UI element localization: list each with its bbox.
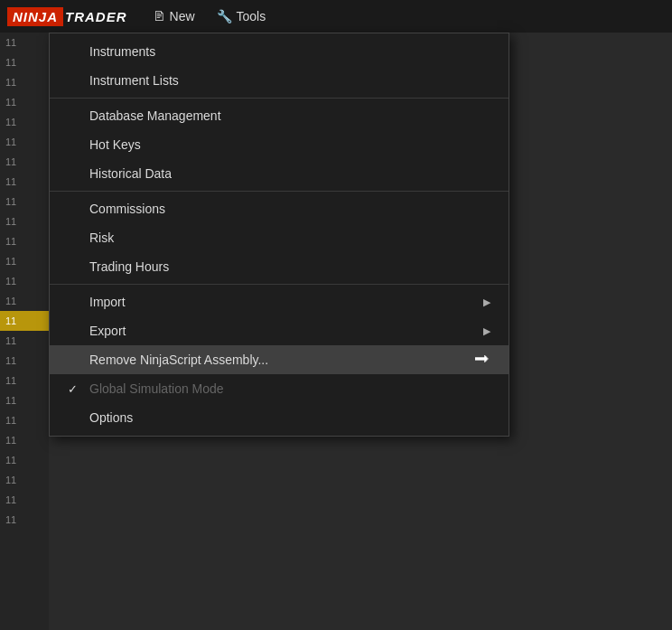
submenu-arrow-icon: ▶ <box>483 325 490 337</box>
sidebar: 1111111111111111111111111111111111111111… <box>0 33 49 630</box>
menu-item-options[interactable]: Options <box>50 403 509 432</box>
menu-item-label-export: Export <box>89 324 126 338</box>
sidebar-row-7: 11 <box>0 172 49 192</box>
menu-item-label-remove-ninjascript: Remove NinjaScript Assembly... <box>89 353 268 367</box>
menu-item-label-risk: Risk <box>89 230 114 245</box>
menu-item-label-database-management: Database Management <box>89 108 221 123</box>
sidebar-row-10: 11 <box>0 231 49 251</box>
logo-trader: TRADER <box>65 9 127 24</box>
sidebar-row-8: 11 <box>0 192 49 212</box>
menu-item-trading-hours[interactable]: Trading Hours <box>50 252 509 281</box>
menu-item-label-historical-data: Historical Data <box>89 166 172 181</box>
menu-item-label-global-simulation: Global Simulation Mode <box>89 381 224 396</box>
sidebar-row-18: 11 <box>0 390 49 410</box>
sidebar-row-20: 11 <box>0 430 49 450</box>
logo-ninja: NINJA <box>7 7 63 26</box>
new-label: New <box>170 9 195 24</box>
tools-label: Tools <box>237 9 266 24</box>
menu-divider <box>50 98 509 99</box>
sidebar-row-2: 11 <box>0 72 49 92</box>
menu-item-label-commissions: Commissions <box>89 202 165 216</box>
sidebar-row-1: 11 <box>0 52 49 72</box>
sidebar-row-11: 11 <box>0 251 49 271</box>
topbar: NINJA TRADER 🖹 New 🔧 Tools <box>0 0 672 33</box>
sidebar-row-9: 11 <box>0 212 49 231</box>
menu-divider <box>50 191 509 192</box>
sidebar-row-15: 11 <box>0 331 49 351</box>
sidebar-row-21: 11 <box>0 450 49 470</box>
sidebar-row-13: 11 <box>0 291 49 311</box>
tools-icon: 🔧 <box>217 9 232 24</box>
menu-item-export[interactable]: Export▶ <box>50 316 509 345</box>
cursor-indicator: ⮕ <box>474 351 490 370</box>
sidebar-row-17: 11 <box>0 371 49 390</box>
menu-item-risk[interactable]: Risk <box>50 223 509 252</box>
menu-item-instrument-lists[interactable]: Instrument Lists <box>50 66 509 95</box>
sidebar-row-6: 11 <box>0 152 49 172</box>
submenu-arrow-icon: ▶ <box>483 296 490 308</box>
sidebar-row-5: 11 <box>0 132 49 152</box>
menu-item-historical-data[interactable]: Historical Data <box>50 159 509 188</box>
tools-button[interactable]: 🔧 Tools <box>206 5 277 27</box>
sidebar-row-3: 11 <box>0 92 49 112</box>
sidebar-row-14: 11 <box>0 311 49 331</box>
new-button[interactable]: 🖹 New <box>142 5 206 27</box>
sidebar-row-12: 11 <box>0 271 49 291</box>
menu-item-database-management[interactable]: Database Management <box>50 101 509 130</box>
menu-divider <box>50 284 509 285</box>
menu-item-import[interactable]: Import▶ <box>50 287 509 316</box>
sidebar-row-24: 11 <box>0 510 49 530</box>
sidebar-row-0: 11 <box>0 33 49 52</box>
menu-item-label-trading-hours: Trading Hours <box>89 259 169 274</box>
menu-item-label-instrument-lists: Instrument Lists <box>89 73 179 88</box>
sidebar-row-22: 11 <box>0 470 49 490</box>
menu-item-global-simulation: ✓Global Simulation Mode <box>50 374 509 403</box>
menu-item-label-hot-keys: Hot Keys <box>89 137 141 152</box>
menu-item-label-instruments: Instruments <box>89 44 155 59</box>
menu-item-commissions[interactable]: Commissions <box>50 194 509 223</box>
menu-item-instruments[interactable]: Instruments <box>50 37 509 66</box>
checkmark-icon: ✓ <box>68 382 82 396</box>
sidebar-row-16: 11 <box>0 351 49 371</box>
menu-item-remove-ninjascript[interactable]: Remove NinjaScript Assembly...⮕ <box>50 345 509 374</box>
sidebar-row-4: 11 <box>0 112 49 132</box>
menu-item-label-options: Options <box>89 410 133 425</box>
menu-item-hot-keys[interactable]: Hot Keys <box>50 130 509 159</box>
sidebar-row-23: 11 <box>0 490 49 510</box>
new-icon: 🖹 <box>153 9 165 24</box>
app-logo: NINJA TRADER <box>7 7 127 26</box>
sidebar-row-19: 11 <box>0 410 49 430</box>
tools-dropdown-menu: InstrumentsInstrument ListsDatabase Mana… <box>49 33 509 437</box>
menu-item-label-import: Import <box>89 295 126 309</box>
